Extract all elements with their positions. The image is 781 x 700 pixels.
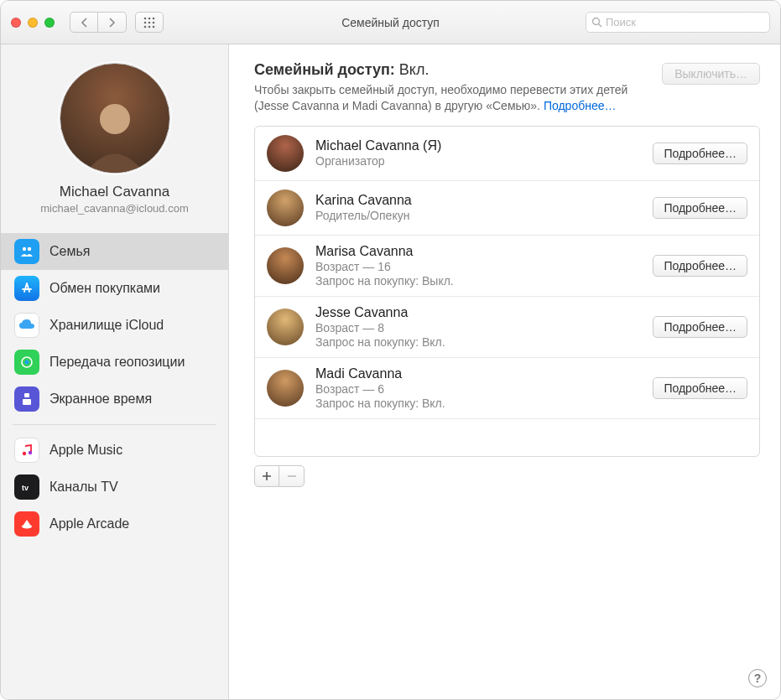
sidebar-item-icloud-storage[interactable]: Хранилище iCloud (1, 307, 228, 344)
plus-icon (262, 471, 272, 481)
sidebar-label: Семья (49, 244, 90, 259)
main-header: Семейный доступ: Вкл. Чтобы закрыть семе… (254, 61, 760, 114)
profile-email: michael_cavanna@icloud.com (9, 202, 220, 215)
member-avatar (267, 309, 304, 345)
window-title: Семейный доступ (341, 16, 440, 29)
svg-point-12 (23, 247, 26, 251)
heading-status: Вкл. (399, 61, 430, 78)
remove-member-button[interactable] (279, 465, 305, 487)
turn-off-button[interactable]: Выключить… (662, 63, 760, 85)
member-name: Marisa Cavanna (315, 244, 641, 259)
member-name: Karina Cavanna (315, 193, 641, 208)
svg-point-11 (100, 104, 130, 134)
member-purchase: Запрос на покупку: Вкл. (315, 335, 641, 349)
profile-name: Michael Cavanna (9, 184, 220, 200)
show-all-button[interactable] (135, 12, 164, 33)
sidebar-label: Обмен покупками (49, 281, 160, 296)
members-list: Michael Cavanna (Я) Организатор Подробне… (254, 126, 760, 457)
chevron-right-icon (108, 18, 116, 28)
profile-block: Michael Cavanna michael_cavanna@icloud.c… (1, 44, 228, 225)
sidebar-item-location-sharing[interactable]: Передача геопозиции (1, 344, 228, 381)
member-info: Marisa Cavanna Возраст — 16 Запрос на по… (315, 244, 641, 288)
add-member-button[interactable] (254, 465, 279, 487)
sidebar-item-family[interactable]: Семья (1, 233, 228, 270)
search-icon (591, 17, 602, 28)
member-row[interactable]: Jesse Cavanna Возраст — 8 Запрос на поку… (255, 297, 759, 358)
close-button[interactable] (11, 18, 21, 28)
member-info: Jesse Cavanna Возраст — 8 Запрос на поку… (315, 305, 641, 349)
svg-point-8 (153, 25, 155, 28)
minimize-button[interactable] (28, 18, 38, 28)
search-field[interactable] (586, 12, 770, 33)
help-button[interactable]: ? (748, 669, 767, 687)
member-row[interactable]: Madi Cavanna Возраст — 6 Запрос на покуп… (255, 358, 759, 419)
svg-rect-17 (23, 399, 31, 405)
sidebar-item-screen-time[interactable]: Экранное время (1, 381, 228, 417)
window-controls (11, 18, 55, 28)
member-purchase: Запрос на покупку: Выкл. (315, 274, 641, 288)
svg-text:tv: tv (22, 484, 29, 492)
sidebar-item-apple-music[interactable]: Apple Music (1, 432, 228, 469)
sidebar-label: Передача геопозиции (49, 355, 185, 370)
learn-more-link[interactable]: Подробнее… (544, 99, 617, 112)
music-icon (14, 438, 39, 463)
member-avatar (267, 189, 304, 226)
svg-point-0 (144, 17, 147, 19)
arcade-icon (14, 511, 39, 537)
sidebar-label: Хранилище iCloud (49, 318, 164, 333)
member-info: Karina Cavanna Родитель/Опекун (315, 193, 641, 222)
sidebar-list: Семья Обмен покупками Хранилище iCloud (1, 233, 228, 542)
heading-description: Чтобы закрыть семейный доступ, необходим… (254, 82, 653, 114)
sidebar-label: Apple Arcade (49, 516, 129, 531)
appstore-icon (14, 276, 39, 301)
user-avatar[interactable] (60, 63, 170, 174)
sidebar-label: Apple Music (49, 443, 122, 458)
list-spacer (255, 419, 759, 456)
svg-point-15 (25, 360, 29, 365)
sidebar-item-purchase-sharing[interactable]: Обмен покупками (1, 270, 228, 307)
member-role: Возраст — 8 (315, 321, 641, 334)
svg-point-19 (29, 451, 32, 454)
titlebar: Семейный доступ (1, 1, 780, 44)
minus-icon (287, 471, 297, 481)
person-icon (73, 89, 157, 173)
member-row[interactable]: Michael Cavanna (Я) Организатор Подробне… (255, 127, 759, 181)
back-button[interactable] (70, 12, 98, 33)
main-content: Семейный доступ: Вкл. Чтобы закрыть семе… (229, 44, 780, 699)
grid-icon (143, 17, 155, 29)
add-remove-controls (254, 465, 760, 487)
details-button[interactable]: Подробнее… (653, 197, 747, 219)
svg-point-5 (153, 21, 155, 23)
member-info: Madi Cavanna Возраст — 6 Запрос на покуп… (315, 366, 641, 410)
search-input[interactable] (606, 16, 764, 29)
location-icon (14, 350, 39, 375)
maximize-button[interactable] (44, 18, 55, 28)
member-row[interactable]: Karina Cavanna Родитель/Опекун Подробнее… (255, 181, 759, 236)
sidebar-label: Каналы TV (49, 480, 118, 495)
details-button[interactable]: Подробнее… (653, 316, 747, 338)
sidebar: Michael Cavanna michael_cavanna@icloud.c… (1, 44, 229, 699)
sidebar-item-tv-channels[interactable]: tv Каналы TV (1, 469, 228, 506)
sidebar-item-apple-arcade[interactable]: Apple Arcade (1, 506, 228, 542)
member-role: Организатор (315, 154, 641, 168)
member-avatar (267, 247, 304, 284)
details-button[interactable]: Подробнее… (653, 377, 747, 399)
details-button[interactable]: Подробнее… (653, 143, 747, 164)
details-button[interactable]: Подробнее… (653, 255, 747, 277)
svg-point-9 (593, 18, 600, 25)
window: Семейный доступ Michael Cavanna michael_… (0, 0, 781, 700)
forward-button[interactable] (98, 12, 127, 33)
heading: Семейный доступ: Вкл. (254, 61, 653, 79)
member-row[interactable]: Marisa Cavanna Возраст — 16 Запрос на по… (255, 236, 759, 297)
screentime-icon (14, 386, 39, 412)
svg-point-3 (144, 21, 147, 23)
svg-point-2 (153, 17, 155, 19)
question-mark-icon: ? (754, 671, 762, 685)
member-purchase: Запрос на покупку: Вкл. (315, 397, 641, 410)
svg-point-4 (148, 21, 151, 23)
heading-prefix: Семейный доступ: (254, 61, 395, 78)
member-role: Родитель/Опекун (315, 209, 641, 222)
svg-point-18 (23, 452, 26, 455)
svg-line-10 (599, 24, 602, 28)
body: Michael Cavanna michael_cavanna@icloud.c… (1, 44, 780, 699)
